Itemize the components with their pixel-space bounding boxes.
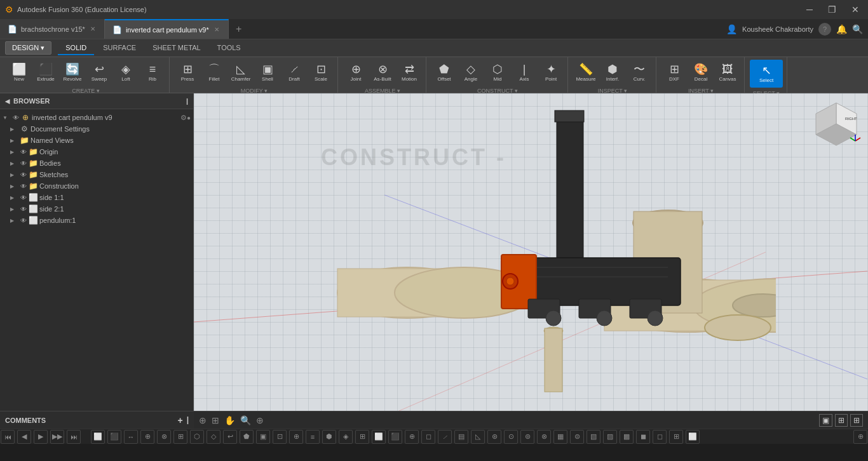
new-tab-button[interactable]: + bbox=[229, 23, 249, 35]
tool-icon-36[interactable]: ⊞ bbox=[669, 430, 683, 444]
eye-icon-pendulum[interactable]: 👁 bbox=[19, 217, 28, 224]
tree-item-origin[interactable]: ▶ 👁 📁 Origin bbox=[0, 146, 193, 157]
tree-item-root[interactable]: ▼ 👁 ⊕ inverted cart pendulum v9 ⚙ ● bbox=[0, 112, 193, 123]
tree-item-side2[interactable]: ▶ 👁 ⬜ side 2:1 bbox=[0, 203, 193, 215]
comments-add-icon[interactable]: + bbox=[177, 415, 182, 425]
tree-item-pendulum[interactable]: ▶ 👁 ⬜ pendulum:1 bbox=[0, 215, 193, 226]
notification-icon[interactable]: 🔔 bbox=[836, 24, 847, 34]
press-pull-button[interactable]: ⊞ Press bbox=[175, 60, 200, 85]
tab-close-active-button[interactable]: ✕ bbox=[213, 25, 220, 34]
status-icon-3[interactable]: ▶ bbox=[34, 430, 48, 444]
new-component-button[interactable]: ⬜ New bbox=[6, 60, 32, 85]
tool-icon-29[interactable]: ▦ bbox=[553, 430, 567, 444]
tool-icon-9[interactable]: ↩ bbox=[223, 430, 237, 444]
tool-icon-4[interactable]: ⊕ bbox=[140, 430, 154, 444]
loft-button[interactable]: ◈ Loft bbox=[113, 60, 139, 85]
tool-icon-17[interactable]: ⊞ bbox=[355, 430, 369, 444]
tool-icon-24[interactable]: ◺ bbox=[471, 430, 485, 444]
display-mode-icon[interactable]: ▣ bbox=[819, 414, 832, 427]
gear-icon-root[interactable]: ⚙ bbox=[180, 114, 187, 122]
tool-icon-13[interactable]: ⊕ bbox=[289, 430, 303, 444]
close-button[interactable]: ✕ bbox=[848, 3, 863, 16]
offset-plane-button[interactable]: ⬟ Offset bbox=[431, 60, 457, 85]
tool-icon-27[interactable]: ⊚ bbox=[520, 430, 534, 444]
tool-icon-12[interactable]: ⊡ bbox=[273, 430, 287, 444]
viewport[interactable]: MITIÇ CONSTRUCT - bbox=[194, 93, 868, 429]
tool-icon-35[interactable]: ◻ bbox=[653, 430, 667, 444]
point-button[interactable]: ✦ Point bbox=[538, 60, 564, 85]
fillet-button[interactable]: ⌒ Fillet bbox=[201, 60, 227, 85]
tool-icon-16[interactable]: ◈ bbox=[339, 430, 353, 444]
tab-sheet-metal[interactable]: SHEET METAL bbox=[145, 41, 208, 55]
tool-icon-31[interactable]: ▧ bbox=[587, 430, 600, 444]
view-options-icon[interactable]: ⊞ bbox=[212, 415, 219, 425]
joint-button[interactable]: ⊕ Joint bbox=[343, 60, 369, 85]
tool-icon-18[interactable]: ⬜ bbox=[372, 430, 386, 444]
tool-icon-19[interactable]: ⬛ bbox=[388, 430, 402, 444]
tool-icon-33[interactable]: ▩ bbox=[620, 430, 634, 444]
title-bar-controls[interactable]: ─ ❐ ✕ bbox=[803, 3, 863, 16]
eye-icon-side1[interactable]: 👁 bbox=[19, 194, 28, 201]
tree-item-bodies[interactable]: ▶ 👁 📁 Bodies bbox=[0, 157, 193, 169]
tool-icon-26[interactable]: ⊙ bbox=[504, 430, 518, 444]
tool-icon-7[interactable]: ⬡ bbox=[190, 430, 204, 444]
tree-item-side1[interactable]: ▶ 👁 ⬜ side 1:1 bbox=[0, 192, 193, 203]
browser-pin-icon[interactable]: | bbox=[186, 97, 188, 105]
environment-icon[interactable]: ⊞ bbox=[850, 414, 863, 427]
tool-icon-15[interactable]: ⬢ bbox=[322, 430, 336, 444]
eye-icon-construction[interactable]: 👁 bbox=[19, 183, 28, 190]
chamfer-button[interactable]: ◺ Chamfer bbox=[228, 60, 254, 85]
right-icon-1[interactable]: ⊕ bbox=[853, 430, 867, 444]
angle-plane-button[interactable]: ◇ Angle bbox=[458, 60, 484, 85]
motion-button[interactable]: ⇄ Motion bbox=[397, 60, 422, 85]
status-icon-1[interactable]: ⏮ bbox=[1, 430, 15, 444]
tool-icon-14[interactable]: ≡ bbox=[306, 430, 320, 444]
eye-icon-origin[interactable]: 👁 bbox=[19, 149, 28, 156]
tool-icon-34[interactable]: ◼ bbox=[636, 430, 650, 444]
tool-icon-8[interactable]: ◇ bbox=[207, 430, 220, 444]
tool-icon-2[interactable]: ⬛ bbox=[107, 430, 121, 444]
tool-icon-22[interactable]: ⟋ bbox=[438, 430, 452, 444]
tree-item-construction[interactable]: ▶ 👁 📁 Construction bbox=[0, 180, 193, 192]
midplane-button[interactable]: ⬡ Mid bbox=[485, 60, 510, 85]
status-icon-2[interactable]: ◀ bbox=[17, 430, 31, 444]
minimize-button[interactable]: ─ bbox=[803, 3, 817, 16]
tab-brachstochrone[interactable]: 📄 brachstochrone v15* ✕ bbox=[0, 19, 105, 39]
shell-button[interactable]: ▣ Shell bbox=[255, 60, 280, 85]
tool-icon-21[interactable]: ◻ bbox=[421, 430, 435, 444]
comments-collapse-icon[interactable]: | bbox=[187, 415, 189, 425]
rib-button[interactable]: ≡ Rib bbox=[140, 60, 165, 85]
tree-item-named-views[interactable]: ▶ 📁 Named Views bbox=[0, 135, 193, 146]
tree-item-sketches[interactable]: ▶ 👁 📁 Sketches bbox=[0, 169, 193, 180]
scale-button[interactable]: ⊡ Scale bbox=[308, 60, 334, 85]
status-icon-5[interactable]: ⏭ bbox=[67, 430, 81, 444]
draft-button[interactable]: ⟋ Draft bbox=[281, 60, 307, 85]
axis-through-button[interactable]: | Axis bbox=[512, 60, 537, 85]
tab-inverted-cart[interactable]: 📄 inverted cart pendulum v9* ✕ bbox=[105, 19, 229, 39]
tool-icon-1[interactable]: ⬜ bbox=[91, 430, 105, 444]
tool-icon-20[interactable]: ⊕ bbox=[405, 430, 419, 444]
eye-icon-side2[interactable]: 👁 bbox=[19, 206, 28, 213]
tool-icon-10[interactable]: ⬟ bbox=[240, 430, 254, 444]
extrude-button[interactable]: ⬛ Extrude bbox=[33, 60, 58, 85]
tree-item-doc-settings[interactable]: ▶ ⚙ Document Settings bbox=[0, 123, 193, 135]
sweep-button[interactable]: ↩ Sweep bbox=[86, 60, 112, 85]
select-button[interactable]: ↖ Select bbox=[750, 60, 783, 88]
eye-icon-root[interactable]: 👁 bbox=[11, 114, 20, 121]
revolve-button[interactable]: 🔄 Revolve bbox=[60, 60, 85, 85]
decal-button[interactable]: 🎨 Decal bbox=[688, 60, 714, 85]
tab-tools[interactable]: TOOLS bbox=[210, 41, 248, 55]
browser-collapse-icon[interactable]: ◂ bbox=[5, 96, 10, 106]
zoom-region-icon[interactable]: ⊕ bbox=[256, 415, 264, 425]
pan-icon[interactable]: ✋ bbox=[224, 415, 235, 425]
restore-button[interactable]: ❐ bbox=[824, 3, 840, 16]
fit-view-icon[interactable]: ⊕ bbox=[199, 415, 207, 425]
tool-icon-3[interactable]: ↔ bbox=[124, 430, 138, 444]
measure-button[interactable]: 📏 Measure bbox=[573, 60, 599, 85]
cube-navigator[interactable]: RIGHT bbox=[811, 100, 862, 150]
tab-surface[interactable]: SURFACE bbox=[95, 41, 144, 55]
help-icon[interactable]: ? bbox=[818, 23, 831, 36]
eye-icon-bodies[interactable]: 👁 bbox=[19, 160, 28, 167]
tool-icon-6[interactable]: ⊞ bbox=[173, 430, 187, 444]
asbuilt-button[interactable]: ⊗ As-Built bbox=[370, 60, 395, 85]
